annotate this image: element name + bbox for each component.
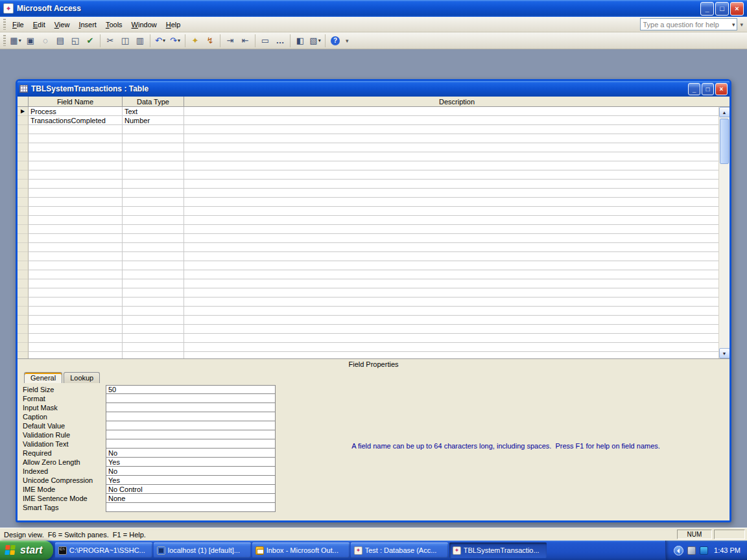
- property-value-input[interactable]: No: [106, 448, 276, 458]
- close-button[interactable]: ×: [730, 2, 744, 16]
- field-name-cell[interactable]: [29, 125, 123, 134]
- save-button[interactable]: ▣: [23, 34, 38, 48]
- data-type-cell[interactable]: [123, 288, 184, 298]
- indexes-button[interactable]: ↯: [203, 34, 217, 48]
- copy-button[interactable]: ◫: [118, 34, 132, 48]
- menu-tools[interactable]: Tools: [101, 18, 127, 31]
- data-type-cell[interactable]: [123, 225, 184, 234]
- menu-drag-handle-icon[interactable]: [3, 19, 6, 30]
- field-name-cell[interactable]: [29, 225, 123, 234]
- row-selector[interactable]: [18, 298, 29, 307]
- description-cell[interactable]: [184, 234, 718, 243]
- field-name-cell[interactable]: TransactionsCompleted: [29, 116, 123, 125]
- data-type-cell[interactable]: [123, 334, 184, 343]
- column-header-data-type[interactable]: Data Type: [123, 97, 184, 107]
- data-type-cell[interactable]: [123, 316, 184, 325]
- primary-key-button[interactable]: ✦: [188, 34, 202, 48]
- row-selector[interactable]: [18, 316, 29, 325]
- file-search-button[interactable]: ◌: [38, 34, 53, 48]
- row-selector[interactable]: [18, 134, 29, 143]
- description-cell[interactable]: [184, 125, 718, 134]
- help-button[interactable]: ?: [328, 34, 342, 48]
- menu-view[interactable]: View: [50, 18, 75, 31]
- tray-icon-network[interactable]: [700, 546, 708, 555]
- tab-lookup[interactable]: Lookup: [64, 372, 100, 383]
- data-type-cell[interactable]: [123, 252, 184, 261]
- field-name-cell[interactable]: [29, 252, 123, 261]
- property-value-input[interactable]: 50: [106, 385, 276, 394]
- clock[interactable]: 1:43 PM: [714, 546, 741, 554]
- field-name-cell[interactable]: [29, 207, 123, 216]
- data-type-cell[interactable]: [123, 270, 184, 279]
- field-name-cell[interactable]: [29, 189, 123, 198]
- row-selector[interactable]: [18, 143, 29, 152]
- taskbar-button[interactable]: C:\PROGRA~1\SSHC...: [55, 542, 152, 558]
- menu-options-chevron-icon[interactable]: ▾: [740, 21, 743, 28]
- data-type-cell[interactable]: [123, 134, 184, 143]
- field-name-cell[interactable]: Process: [29, 107, 123, 116]
- field-name-cell[interactable]: [29, 270, 123, 279]
- description-cell[interactable]: [184, 116, 718, 125]
- property-value-input[interactable]: [106, 421, 276, 430]
- data-type-cell[interactable]: [123, 279, 184, 288]
- row-selector[interactable]: [18, 288, 29, 298]
- spelling-button[interactable]: ✔: [83, 34, 97, 48]
- description-cell[interactable]: [184, 343, 718, 352]
- tab-general[interactable]: General: [24, 372, 62, 383]
- database-window-button[interactable]: ◧: [293, 34, 307, 48]
- description-cell[interactable]: [184, 170, 718, 180]
- field-name-cell[interactable]: [29, 334, 123, 343]
- row-selector[interactable]: [18, 198, 29, 207]
- dropdown-arrow-icon[interactable]: ▾: [178, 38, 180, 43]
- insert-rows-button[interactable]: ⇥: [223, 34, 237, 48]
- row-selector[interactable]: [18, 343, 29, 352]
- data-type-cell[interactable]: [123, 143, 184, 152]
- description-cell[interactable]: [184, 143, 718, 152]
- description-cell[interactable]: [184, 198, 718, 207]
- menu-file[interactable]: File: [8, 18, 29, 31]
- print-button[interactable]: ▤: [53, 34, 67, 48]
- taskbar-button[interactable]: Inbox - Microsoft Out...: [252, 542, 350, 558]
- title-bar[interactable]: ✦ Microsoft Access _ □ ×: [0, 0, 747, 17]
- data-type-cell[interactable]: Text: [123, 107, 184, 116]
- row-selector[interactable]: [18, 261, 29, 270]
- field-name-cell[interactable]: [29, 234, 123, 243]
- document-minimize-button[interactable]: _: [688, 83, 700, 95]
- row-selector[interactable]: [18, 352, 29, 358]
- data-type-cell[interactable]: [123, 234, 184, 243]
- row-selector[interactable]: [18, 279, 29, 288]
- restore-button[interactable]: □: [715, 2, 729, 16]
- property-value-input[interactable]: No: [106, 466, 276, 476]
- row-selector[interactable]: [18, 307, 29, 316]
- description-cell[interactable]: [184, 316, 718, 325]
- data-type-cell[interactable]: [123, 307, 184, 316]
- property-value-input[interactable]: [106, 402, 276, 412]
- field-name-cell[interactable]: [29, 161, 123, 170]
- field-name-cell[interactable]: [29, 143, 123, 152]
- description-cell[interactable]: [184, 107, 718, 116]
- field-name-cell[interactable]: [29, 134, 123, 143]
- tray-icon-display[interactable]: [687, 546, 696, 555]
- description-cell[interactable]: [184, 279, 718, 288]
- data-type-cell[interactable]: [123, 180, 184, 189]
- row-selector[interactable]: [18, 252, 29, 261]
- scroll-up-icon[interactable]: ▲: [719, 107, 730, 117]
- taskbar-button[interactable]: Test : Database (Acc...: [351, 542, 448, 558]
- row-selector[interactable]: [18, 216, 29, 225]
- data-type-cell[interactable]: [123, 216, 184, 225]
- data-type-cell[interactable]: [123, 125, 184, 134]
- field-name-cell[interactable]: [29, 261, 123, 270]
- row-selector[interactable]: [18, 270, 29, 279]
- field-name-cell[interactable]: [29, 316, 123, 325]
- property-value-input[interactable]: [106, 439, 276, 449]
- row-selector[interactable]: [18, 161, 29, 170]
- row-selector[interactable]: [18, 180, 29, 189]
- column-header-field-name[interactable]: Field Name: [29, 97, 123, 107]
- description-cell[interactable]: [184, 270, 718, 279]
- description-cell[interactable]: [184, 152, 718, 161]
- field-name-cell[interactable]: [29, 298, 123, 307]
- delete-rows-button[interactable]: ⇤: [238, 34, 252, 48]
- property-value-input[interactable]: [106, 393, 276, 403]
- view-design-button[interactable]: ▦▾: [8, 34, 23, 48]
- dropdown-arrow-icon[interactable]: ▾: [19, 38, 21, 43]
